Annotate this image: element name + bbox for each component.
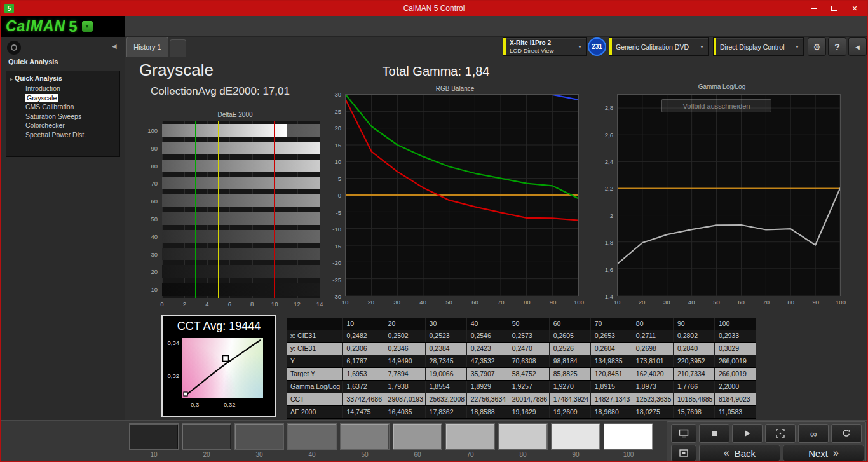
new-tab-stub[interactable] xyxy=(170,39,186,57)
nav-circle-button[interactable] xyxy=(7,41,21,55)
table-cell: 0,2384 xyxy=(425,343,466,355)
collapse-toolbar-button[interactable]: ◄ xyxy=(848,37,867,56)
table-cell: 12523,3635 xyxy=(632,393,673,406)
patch-label: 100 xyxy=(604,451,653,458)
chevron-down-icon: ▼ xyxy=(574,44,586,49)
x-tick-label: 100 xyxy=(836,299,846,306)
sidebar-item-spectral-power-dist-[interactable]: Spectral Power Dist. xyxy=(6,130,119,140)
deltae-bar-track xyxy=(162,124,320,137)
meter-name: X-Rite i1Pro 2 xyxy=(510,39,554,47)
table-cell: 1,7938 xyxy=(384,381,425,393)
patch-label: 60 xyxy=(393,451,442,458)
tree-root-quick-analysis[interactable]: ▸Quick Analysis xyxy=(6,74,119,84)
table-row: x: CIE310,24820,25020,25230,25460,25730,… xyxy=(287,330,756,343)
help-icon: ? xyxy=(834,42,840,52)
page-title: Grayscale xyxy=(139,60,214,80)
titlebar: 5 CalMAN 5 Control × xyxy=(1,1,867,16)
deltae-plot xyxy=(162,121,320,298)
sidebar-item-saturation-sweeps[interactable]: Saturation Sweeps xyxy=(6,112,119,121)
table-cell: 0,2502 xyxy=(384,330,425,343)
help-button[interactable]: ? xyxy=(828,37,846,56)
y-tick-label: 10 xyxy=(334,158,341,165)
deltae-chart: DeltaE 2000 100908070605040302010 024681… xyxy=(146,106,325,316)
table-body: x: CIE310,24820,25020,25230,25460,25730,… xyxy=(287,330,756,419)
settings-button[interactable]: ⚙ xyxy=(808,37,826,56)
table-cell: 15,7698 xyxy=(673,406,714,419)
cct-avg-readout: CCT Avg: 19444 xyxy=(163,320,275,333)
x-tick-label: 30 xyxy=(663,299,670,306)
x-tick-label: 4 xyxy=(205,301,208,308)
table-cell: 0,2546 xyxy=(466,330,508,343)
table-cell: 10185,4685 xyxy=(673,393,714,406)
table-cell: 0,2711 xyxy=(632,330,673,343)
x-tick-label: 20 xyxy=(639,299,646,306)
table-cell: 19,2609 xyxy=(549,406,590,419)
deltae-bar-track xyxy=(162,248,320,261)
next-button[interactable]: Next » xyxy=(783,445,864,461)
continuous-measure-button[interactable]: ∞ xyxy=(798,424,829,443)
display-pattern-button[interactable] xyxy=(671,424,696,443)
y-tick-label: 20 xyxy=(334,125,341,132)
table-cell: 14,7475 xyxy=(342,406,384,419)
pattern-window-button[interactable] xyxy=(671,445,696,461)
patch-cell-30: 30 xyxy=(234,423,284,458)
loop-button[interactable] xyxy=(831,424,862,443)
logo-menu-button[interactable]: ▼ xyxy=(82,21,93,32)
x-tick-label: 6 xyxy=(228,301,231,308)
x-tick-label: 14 xyxy=(316,301,323,308)
gridline xyxy=(320,121,320,298)
table-row-label: x: CIE31 xyxy=(287,330,342,343)
table-column-header: 40 xyxy=(466,318,508,330)
tree-root-label: Quick Analysis xyxy=(15,74,62,82)
sidebar-item-introduction[interactable]: Introduction xyxy=(6,84,119,93)
source-name: Generic Calibration DVD xyxy=(616,43,689,51)
source-selector[interactable]: Generic Calibration DVD ▼ xyxy=(609,37,709,56)
table-cell: 18,9680 xyxy=(590,406,632,419)
deltae-bar-track xyxy=(162,160,320,172)
table-cell: 1,7766 xyxy=(673,381,714,393)
table-row: ΔE 200014,747516,403517,836218,858819,16… xyxy=(287,406,756,419)
patch-cell-90: 90 xyxy=(551,423,600,458)
calman-logo[interactable]: CalMAN 5 ▼ xyxy=(1,16,125,37)
deltae-bar-track xyxy=(162,194,320,207)
logo-text: CalMAN xyxy=(6,18,65,35)
back-button[interactable]: « Back xyxy=(699,445,780,461)
minimize-button[interactable] xyxy=(804,1,824,16)
sidebar-item-colorchecker[interactable]: Colorchecker xyxy=(6,121,119,130)
table-cell: 7,7894 xyxy=(384,368,425,381)
y-tick-label: 30 xyxy=(334,91,341,98)
grayscale-patch xyxy=(551,423,600,450)
y-tick-label: 2,6 xyxy=(605,131,613,138)
collection-avg-readout: CollectionAvg dE2000: 17,01 xyxy=(151,85,290,98)
workflow-tree: ▸Quick Analysis IntroductionGrayscaleCMS… xyxy=(6,71,120,157)
display-control-selector[interactable]: Direct Display Control ▼ xyxy=(713,37,804,56)
meter-selector[interactable]: X-Rite i1Pro 2 LCD Direct View ▼ xyxy=(503,37,587,56)
stop-button[interactable] xyxy=(699,424,729,443)
rgb-plot xyxy=(345,94,579,296)
play-button[interactable] xyxy=(732,424,763,443)
table-cell: 85,8825 xyxy=(549,368,590,381)
patch-label: 70 xyxy=(445,451,495,458)
meter-mode: LCD Direct View xyxy=(510,47,554,55)
cct-x-tick: 0,32 xyxy=(224,401,236,408)
maximize-button[interactable] xyxy=(824,1,844,16)
patch-cell-60: 60 xyxy=(393,423,442,458)
vollbild-overlay-button: Vollbild ausschneiden xyxy=(661,99,771,112)
rgb-balance-chart: RGB Balance 302520151050-5-10-15-20-25-3… xyxy=(326,84,584,314)
sidebar-item-grayscale[interactable]: Grayscale xyxy=(6,93,119,103)
y-tick-label: 2 xyxy=(610,212,613,219)
gamma-y-axis: 2,82,62,42,221,81,61,4 xyxy=(595,94,616,296)
table-cell: 162,4020 xyxy=(632,368,673,381)
green-target-line xyxy=(195,121,196,298)
x-tick-label: 90 xyxy=(550,299,557,306)
sidebar-item-cms-calibration[interactable]: CMS Calibration xyxy=(6,102,119,112)
table-row-label: CCT xyxy=(287,393,342,406)
close-button[interactable]: × xyxy=(844,1,865,16)
sidebar-collapse-button[interactable]: ◄ xyxy=(111,42,118,51)
single-measure-button[interactable] xyxy=(765,424,796,443)
table-cell: 11,0583 xyxy=(714,406,756,419)
x-tick-label: 80 xyxy=(524,299,531,306)
tab-history-1[interactable]: History 1 xyxy=(126,37,168,57)
table-cell: 0,2604 xyxy=(590,343,632,355)
table-row: Gamma Log/Log1,63721,79381,85541,89291,9… xyxy=(287,381,756,393)
